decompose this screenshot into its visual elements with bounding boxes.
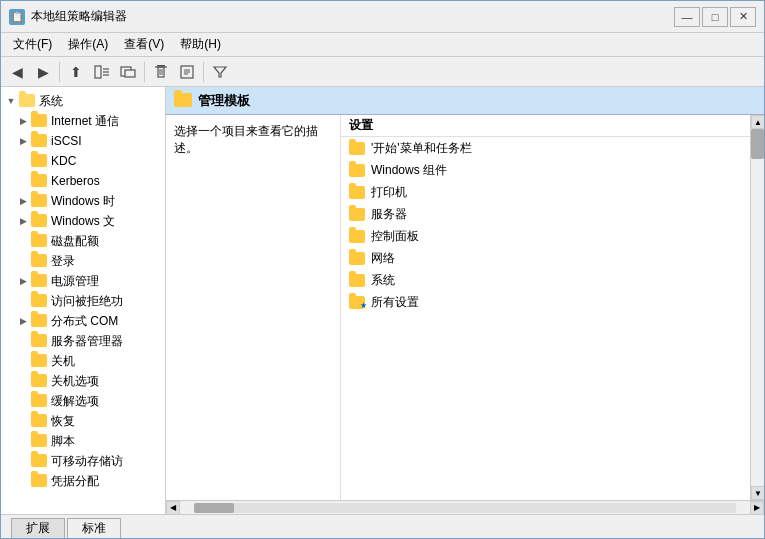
h-scroll-left[interactable]: ◀: [166, 501, 180, 515]
main-window: 📋 本地组策略编辑器 — □ ✕ 文件(F) 操作(A) 查看(V) 帮助(H)…: [0, 0, 765, 539]
expand-icon-power: ▶: [17, 275, 29, 287]
folder-icon-iscsi: [31, 134, 47, 148]
folder-icon-mitigation: [31, 394, 47, 408]
settings-item-7[interactable]: 所有设置: [341, 291, 750, 313]
settings-item-0[interactable]: '开始'菜单和任务栏: [341, 137, 750, 159]
settings-pane: 设置 '开始'菜单和任务栏 Windows 组件 打印机: [341, 115, 750, 500]
folder-icon-access-denied: [31, 294, 47, 308]
bottom-tabs: 扩展 标准: [1, 514, 764, 538]
menu-file[interactable]: 文件(F): [5, 34, 60, 55]
tree-label-credentials: 凭据分配: [51, 473, 99, 490]
tree-label-windows-doc: Windows 文: [51, 213, 115, 230]
properties-button[interactable]: [175, 60, 199, 84]
minimize-button[interactable]: —: [674, 7, 700, 27]
folder-icon-server-manager: [31, 334, 47, 348]
tree-item-kdc[interactable]: ▶ KDC: [1, 151, 165, 171]
folder-icon-shutdown: [31, 354, 47, 368]
tree-item-windows-doc[interactable]: ▶ Windows 文: [1, 211, 165, 231]
show-hide-tree-button[interactable]: [90, 60, 114, 84]
settings-header: 设置: [341, 115, 750, 137]
tree-label-kdc: KDC: [51, 154, 76, 168]
settings-item-3[interactable]: 服务器: [341, 203, 750, 225]
tree-item-shutdown-options[interactable]: ▶ 关机选项: [1, 371, 165, 391]
folder-icon-removable: [31, 454, 47, 468]
folder-icon-item-7: [349, 296, 365, 309]
folder-icon-item-5: [349, 252, 365, 265]
settings-item-4[interactable]: 控制面板: [341, 225, 750, 247]
scroll-down-arrow[interactable]: ▼: [751, 486, 764, 500]
tree-label-disk: 磁盘配额: [51, 233, 99, 250]
expand-icon-iscsi: ▶: [17, 135, 29, 147]
tree-item-mitigation[interactable]: ▶ 缓解选项: [1, 391, 165, 411]
new-window-button[interactable]: [116, 60, 140, 84]
folder-icon-scripts: [31, 434, 47, 448]
tree-item-kerberos[interactable]: ▶ Kerberos: [1, 171, 165, 191]
settings-label-0: '开始'菜单和任务栏: [371, 140, 472, 157]
tree-root: ▼ 系统 ▶ Internet 通信 ▶ iSCSI: [1, 87, 165, 495]
settings-label-3: 服务器: [371, 206, 407, 223]
tree-item-shutdown[interactable]: ▶ 关机: [1, 351, 165, 371]
svg-marker-15: [214, 67, 226, 77]
h-scroll-track[interactable]: [194, 503, 736, 513]
folder-icon-recovery: [31, 414, 47, 428]
content-header: 管理模板: [166, 87, 764, 115]
back-button[interactable]: ◀: [5, 60, 29, 84]
settings-item-6[interactable]: 系统: [341, 269, 750, 291]
content-body: 选择一个项目来查看它的描述。 设置 '开始'菜单和任务栏 Windows 组件: [166, 115, 764, 500]
delete-button[interactable]: [149, 60, 173, 84]
tree-item-access-denied[interactable]: ▶ 访问被拒绝功: [1, 291, 165, 311]
main-content: ▼ 系统 ▶ Internet 通信 ▶ iSCSI: [1, 87, 764, 514]
tree-label-shutdown: 关机: [51, 353, 75, 370]
folder-icon-item-6: [349, 274, 365, 287]
menu-view[interactable]: 查看(V): [116, 34, 172, 55]
tab-standard[interactable]: 标准: [67, 518, 121, 538]
tree-item-iscsi[interactable]: ▶ iSCSI: [1, 131, 165, 151]
h-scroll-thumb: [194, 503, 234, 513]
tree-item-server-manager[interactable]: ▶ 服务器管理器: [1, 331, 165, 351]
tree-item-removable[interactable]: ▶ 可移动存储访: [1, 451, 165, 471]
tree-item-windows-time[interactable]: ▶ Windows 时: [1, 191, 165, 211]
tree-item-scripts[interactable]: ▶ 脚本: [1, 431, 165, 451]
settings-item-5[interactable]: 网络: [341, 247, 750, 269]
expand-icon-windows-doc: ▶: [17, 215, 29, 227]
folder-icon-login: [31, 254, 47, 268]
settings-label-5: 网络: [371, 250, 395, 267]
right-panel: 管理模板 选择一个项目来查看它的描述。 设置 '开始'菜单和任务栏: [166, 87, 764, 514]
menu-help[interactable]: 帮助(H): [172, 34, 229, 55]
settings-label-2: 打印机: [371, 184, 407, 201]
folder-icon-kdc: [31, 154, 47, 168]
tree-item-power[interactable]: ▶ 电源管理: [1, 271, 165, 291]
expand-icon-internet: ▶: [17, 115, 29, 127]
tree-item-recovery[interactable]: ▶ 恢复: [1, 411, 165, 431]
tree-label-mitigation: 缓解选项: [51, 393, 99, 410]
settings-label-6: 系统: [371, 272, 395, 289]
scroll-up-arrow[interactable]: ▲: [751, 115, 764, 129]
tree-label-access-denied: 访问被拒绝功: [51, 293, 123, 310]
tree-label-internet: Internet 通信: [51, 113, 119, 130]
close-button[interactable]: ✕: [730, 7, 756, 27]
v-scrollbar-settings[interactable]: ▲ ▼: [750, 115, 764, 500]
filter-button[interactable]: [208, 60, 232, 84]
tree-label-distributed-com: 分布式 COM: [51, 313, 118, 330]
h-scroll-right[interactable]: ▶: [750, 501, 764, 515]
tree-item-disk[interactable]: ▶ 磁盘配额: [1, 231, 165, 251]
folder-icon-item-2: [349, 186, 365, 199]
tree-item-distributed-com[interactable]: ▶ 分布式 COM: [1, 311, 165, 331]
tree-item-internet[interactable]: ▶ Internet 通信: [1, 111, 165, 131]
tree-item-login[interactable]: ▶ 登录: [1, 251, 165, 271]
up-button[interactable]: ⬆: [64, 60, 88, 84]
menu-action[interactable]: 操作(A): [60, 34, 116, 55]
forward-button[interactable]: ▶: [31, 60, 55, 84]
folder-icon-item-4: [349, 230, 365, 243]
tree-label-removable: 可移动存储访: [51, 453, 123, 470]
folder-icon-windows-doc: [31, 214, 47, 228]
settings-item-1[interactable]: Windows 组件: [341, 159, 750, 181]
tree-item-root[interactable]: ▼ 系统: [1, 91, 165, 111]
tree-panel: ▼ 系统 ▶ Internet 通信 ▶ iSCSI: [1, 87, 166, 514]
settings-item-2[interactable]: 打印机: [341, 181, 750, 203]
tree-label-kerberos: Kerberos: [51, 174, 100, 188]
tree-item-credentials[interactable]: ▶ 凭据分配: [1, 471, 165, 491]
maximize-button[interactable]: □: [702, 7, 728, 27]
folder-icon-credentials: [31, 474, 47, 488]
tab-expand[interactable]: 扩展: [11, 518, 65, 538]
